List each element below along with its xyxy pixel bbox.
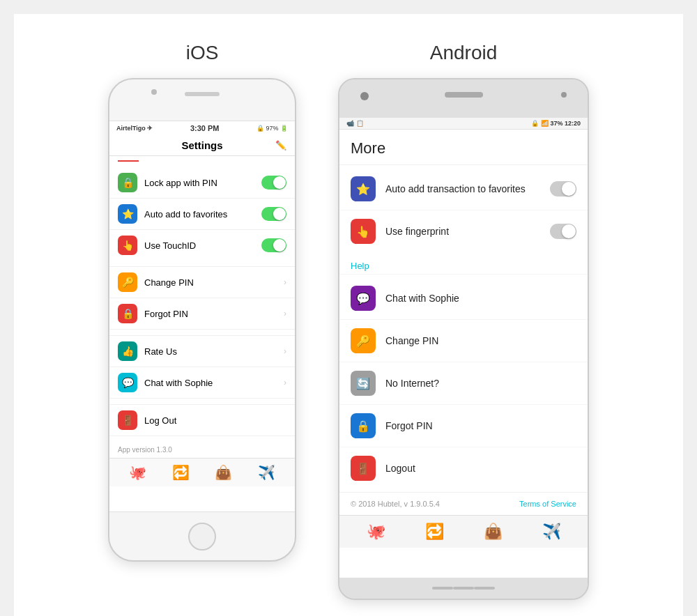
ios-fav-icon: ⭐ — [118, 204, 137, 224]
android-device: 📹 📋 🔒 📶 37% 12:20 More ⭐ Auto add transa… — [338, 78, 589, 600]
android-main-section: ⭐ Auto add transaction to favorites 👆 Us… — [339, 165, 588, 255]
android-fingerprint-icon: 👆 — [351, 219, 376, 244]
ios-time: 3:30 PM — [190, 124, 220, 132]
ios-forgotpin-label: Forgot PIN — [144, 309, 281, 319]
android-tab-transfer[interactable]: 🔁 — [425, 523, 444, 541]
android-platform-label: Android — [430, 42, 498, 64]
android-tab-wallet[interactable]: 👜 — [484, 523, 503, 541]
ios-row-rate[interactable]: 👍 Rate Us › — [109, 336, 295, 367]
android-status-right: 🔒 📶 37% 12:20 — [531, 120, 581, 127]
android-nav-bar — [418, 584, 509, 592]
iphone-screen: AirtelTigo ✈ 3:30 PM 🔒 97% 🔋 Settings ✏️… — [109, 121, 295, 511]
android-copyright: © 2018 Hubtel, v 1.9.0.5.4 — [351, 500, 440, 508]
iphone-bottom — [109, 511, 295, 560]
ios-battery: 🔒 97% 🔋 — [256, 125, 288, 132]
ios-changepin-label: Change PIN — [144, 277, 281, 288]
ios-row-lock-pin[interactable]: 🔒 Lock app with PIN — [109, 167, 295, 199]
iphone-camera — [151, 89, 157, 95]
android-bottom-strip — [339, 578, 588, 599]
android-terms-link[interactable]: Terms of Service — [519, 500, 576, 508]
android-recents-btn[interactable] — [474, 587, 495, 590]
ios-row-favorites[interactable]: ⭐ Auto add to favorites — [109, 199, 295, 230]
ios-forgotpin-icon: 🔒 — [118, 304, 137, 323]
android-back-btn[interactable] — [432, 587, 453, 590]
iphone-home-button[interactable] — [188, 523, 216, 550]
ios-row-logout[interactable]: 🚪 Log Out — [109, 405, 295, 436]
ios-row-touchid[interactable]: 👆 Use TouchID — [109, 230, 295, 261]
android-forgotpin-icon: 🔒 — [351, 413, 376, 438]
ios-lock-toggle[interactable] — [261, 176, 286, 190]
android-changepin-icon: 🔑 — [351, 328, 376, 353]
ios-tab-explore[interactable]: 🐙 — [129, 464, 146, 481]
android-chat-label: Chat with Sophie — [385, 293, 576, 304]
android-chat-icon: 💬 — [351, 286, 376, 311]
android-tab-bar: 🐙 🔁 👜 ✈️ — [339, 515, 588, 548]
ios-tab-wallet[interactable]: 👜 — [215, 464, 232, 481]
android-forgotpin-label: Forgot PIN — [385, 420, 576, 431]
android-row-no-internet[interactable]: 🔄 No Internet? — [339, 362, 588, 405]
ios-tab-more[interactable]: ✈️ — [258, 464, 275, 481]
android-nointernet-icon: 🔄 — [351, 371, 376, 396]
android-row-chat-sophie[interactable]: 💬 Chat with Sophie — [339, 277, 588, 320]
iphone-device: AirtelTigo ✈ 3:30 PM 🔒 97% 🔋 Settings ✏️… — [108, 78, 296, 562]
ios-platform-label: iOS — [186, 42, 219, 64]
ios-section: iOS AirtelTigo ✈ 3:30 PM 🔒 97% 🔋 Setting… — [108, 42, 296, 562]
ios-rate-chevron: › — [284, 346, 286, 356]
android-logout-icon: 🚪 — [351, 456, 376, 481]
android-autofav-icon: ⭐ — [351, 176, 376, 201]
android-fingerprint-toggle[interactable] — [550, 224, 576, 239]
ios-red-line — [118, 160, 139, 162]
android-row-fingerprint[interactable]: 👆 Use fingerprint — [339, 210, 588, 252]
ios-row-forgot-pin[interactable]: 🔒 Forgot PIN › — [109, 298, 295, 329]
android-home-btn[interactable] — [453, 587, 474, 590]
android-help-header: Help — [339, 255, 588, 275]
android-row-change-pin[interactable]: 🔑 Change PIN — [339, 320, 588, 362]
ios-row-change-pin[interactable]: 🔑 Change PIN › — [109, 267, 295, 298]
ios-status-bar: AirtelTigo ✈ 3:30 PM 🔒 97% 🔋 — [109, 121, 295, 135]
ios-carrier: AirtelTigo ✈ — [116, 125, 153, 132]
android-autofav-toggle[interactable] — [550, 181, 576, 197]
android-section: Android 📹 📋 🔒 📶 37% 12:20 More — [338, 42, 589, 600]
ios-nav-bar: Settings ✏️ — [109, 135, 295, 156]
android-top — [339, 79, 588, 118]
ios-tab-transfer[interactable]: 🔁 — [172, 464, 190, 481]
ios-chat-chevron: › — [284, 378, 286, 387]
android-row-forgot-pin[interactable]: 🔒 Forgot PIN — [339, 405, 588, 447]
android-speaker — [445, 92, 483, 98]
ios-lock-icon: 🔒 — [118, 173, 137, 192]
ios-changepin-chevron: › — [284, 277, 286, 287]
ios-edit-button[interactable]: ✏️ — [275, 140, 286, 151]
android-autofav-label: Auto add transaction to favorites — [385, 183, 550, 194]
android-row-logout[interactable]: 🚪 Logout — [339, 447, 588, 489]
android-changepin-label: Change PIN — [385, 335, 576, 346]
android-tab-more[interactable]: ✈️ — [542, 523, 561, 541]
ios-logout-label: Log Out — [144, 415, 286, 426]
android-tab-explore[interactable]: 🐙 — [367, 523, 385, 541]
iphone-speaker — [185, 92, 220, 96]
ios-fav-toggle[interactable] — [261, 207, 286, 221]
ios-row-chat[interactable]: 💬 Chat with Sophie › — [109, 367, 295, 398]
ios-lock-label: Lock app with PIN — [144, 178, 261, 188]
ios-touchid-label: Use TouchID — [144, 240, 261, 251]
ios-touchid-toggle[interactable] — [261, 238, 286, 252]
android-status-left: 📹 📋 — [346, 120, 364, 127]
android-logout-label: Logout — [385, 463, 576, 474]
ios-pin-section: 🔑 Change PIN › 🔒 Forgot PIN › — [109, 266, 295, 330]
ios-logout-icon: 🚪 — [118, 410, 137, 430]
ios-nav-title: Settings — [181, 139, 222, 151]
android-page-title: More — [339, 130, 588, 165]
ios-logout-section: 🚪 Log Out — [109, 404, 295, 436]
ios-misc-section: 👍 Rate Us › 💬 Chat with Sophie › — [109, 335, 295, 399]
ios-chat-label: Chat with Sophie — [144, 378, 281, 388]
android-front-cam — [561, 92, 567, 98]
ios-chat-icon: 💬 — [118, 373, 137, 392]
ios-rate-label: Rate Us — [144, 346, 281, 357]
ios-touchid-icon: 👆 — [118, 236, 137, 255]
android-row-auto-fav[interactable]: ⭐ Auto add transaction to favorites — [339, 168, 588, 210]
android-nointernet-label: No Internet? — [385, 378, 576, 389]
android-help-section: 💬 Chat with Sophie 🔑 Change PIN 🔄 No Int… — [339, 275, 588, 492]
android-status-bar: 📹 📋 🔒 📶 37% 12:20 — [339, 118, 588, 130]
ios-forgotpin-chevron: › — [284, 309, 286, 318]
iphone-top — [109, 79, 295, 121]
ios-changepin-icon: 🔑 — [118, 272, 137, 292]
